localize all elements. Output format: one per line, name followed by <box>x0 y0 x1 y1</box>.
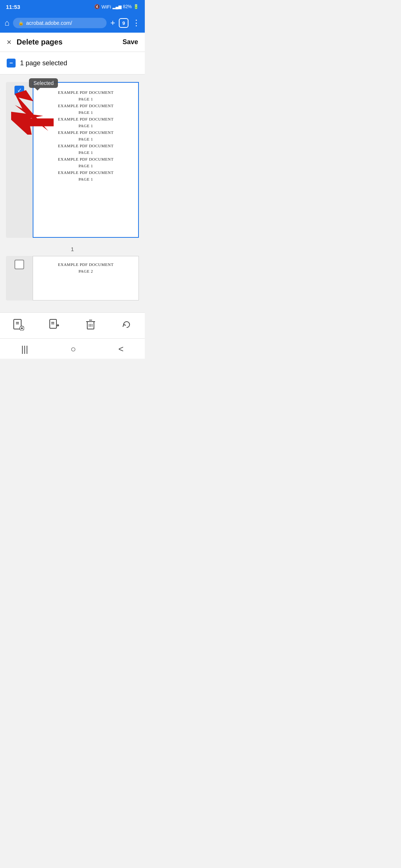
pages-area: Selected ✓ EXAMPLE PDF DOCUMENT PAGE 1 <box>0 75 145 312</box>
pdf-line-12: PAGE 1 <box>79 164 93 168</box>
back-button[interactable]: < <box>113 342 130 356</box>
app-header: × Delete pages Save <box>0 33 145 52</box>
page-1-thumbnail[interactable]: EXAMPLE PDF DOCUMENT PAGE 1 EXAMPLE PDF … <box>33 82 139 238</box>
save-button[interactable]: Save <box>123 38 138 46</box>
lock-icon: 🔒 <box>18 20 24 26</box>
page-2-checkbox-area <box>6 256 33 300</box>
pdf-line-7: EXAMPLE PDF DOCUMENT <box>58 130 114 135</box>
pdf-line-14: PAGE 1 <box>79 177 93 181</box>
browser-add-tab-button[interactable]: + <box>110 18 115 28</box>
page-title: Delete pages <box>17 38 62 46</box>
status-time: 11:53 <box>6 4 20 10</box>
red-arrow-indicator <box>11 86 59 136</box>
delete-page-icon <box>85 319 97 332</box>
browser-url-text: acrobat.adobe.com/ <box>26 20 72 26</box>
pdf-line-6: PAGE 1 <box>79 124 93 128</box>
signal-icon: ▂▄▆ <box>113 4 121 9</box>
pdf-line-13: EXAMPLE PDF DOCUMENT <box>58 170 114 175</box>
rotate-page-icon <box>121 319 133 332</box>
pdf-line-5: EXAMPLE PDF DOCUMENT <box>58 117 114 121</box>
page-1-number: 1 <box>6 242 139 256</box>
pdf-line-3: EXAMPLE PDF DOCUMENT <box>58 103 114 108</box>
selection-bar: − 1 page selected <box>0 52 145 75</box>
pdf-line-10: PAGE 1 <box>79 150 93 155</box>
red-arrow-svg <box>11 86 59 135</box>
pdf-line-11: EXAMPLE PDF DOCUMENT <box>58 157 114 161</box>
browser-bar: ⌂ 🔒 acrobat.adobe.com/ + 9 ⋮ <box>0 13 145 33</box>
add-page-icon <box>12 319 24 332</box>
page-2-thumbnail[interactable]: EXAMPLE PDF DOCUMENT PAGE 2 <box>33 256 139 300</box>
browser-url-bar[interactable]: 🔒 acrobat.adobe.com/ <box>13 18 107 28</box>
home-button[interactable]: ○ <box>65 342 82 356</box>
pdf-line-4: PAGE 1 <box>79 110 93 115</box>
wifi-icon: WiFi <box>101 4 111 10</box>
page-2-checkbox[interactable] <box>14 260 24 269</box>
mute-icon: 🔇 <box>94 4 100 9</box>
status-icons: 🔇 WiFi ▂▄▆ 82% 🔋 <box>94 4 139 10</box>
page-2-pdf-content: EXAMPLE PDF DOCUMENT PAGE 2 <box>39 262 133 273</box>
nav-bar: ||| ○ < <box>0 338 145 359</box>
browser-tabs-button[interactable]: 9 <box>119 18 128 28</box>
minus-icon: − <box>9 60 13 66</box>
deselect-all-button[interactable]: − <box>7 59 16 68</box>
page-item-2: EXAMPLE PDF DOCUMENT PAGE 2 <box>6 256 139 300</box>
browser-menu-button[interactable]: ⋮ <box>132 18 140 28</box>
add-page-button[interactable] <box>12 319 24 332</box>
page2-pdf-line-2: PAGE 2 <box>79 269 93 273</box>
status-bar: 11:53 🔇 WiFi ▂▄▆ 82% 🔋 <box>0 0 145 13</box>
rotate-page-button[interactable] <box>121 319 133 332</box>
pdf-line-8: PAGE 1 <box>79 137 93 141</box>
delete-page-button[interactable] <box>85 319 97 332</box>
pdf-line-1: EXAMPLE PDF DOCUMENT <box>58 90 114 95</box>
pdf-line-9: EXAMPLE PDF DOCUMENT <box>58 144 114 148</box>
export-page-icon <box>48 319 60 332</box>
battery-percent: 82% <box>123 4 132 9</box>
browser-home-button[interactable]: ⌂ <box>4 18 9 28</box>
browser-actions: + 9 ⋮ <box>110 18 140 28</box>
page2-pdf-line-1: EXAMPLE PDF DOCUMENT <box>58 262 114 267</box>
app-header-left: × Delete pages <box>7 38 62 46</box>
battery-icon: 🔋 <box>133 4 139 9</box>
export-page-button[interactable] <box>48 319 60 332</box>
bottom-toolbar <box>0 312 145 338</box>
pdf-line-2: PAGE 1 <box>79 97 93 101</box>
selected-tooltip: Selected <box>29 78 58 88</box>
close-button[interactable]: × <box>7 38 12 46</box>
selection-count-text: 1 page selected <box>20 59 67 67</box>
recent-apps-button[interactable]: ||| <box>15 342 34 356</box>
page-item-1: Selected ✓ EXAMPLE PDF DOCUMENT PAGE 1 <box>6 82 139 238</box>
